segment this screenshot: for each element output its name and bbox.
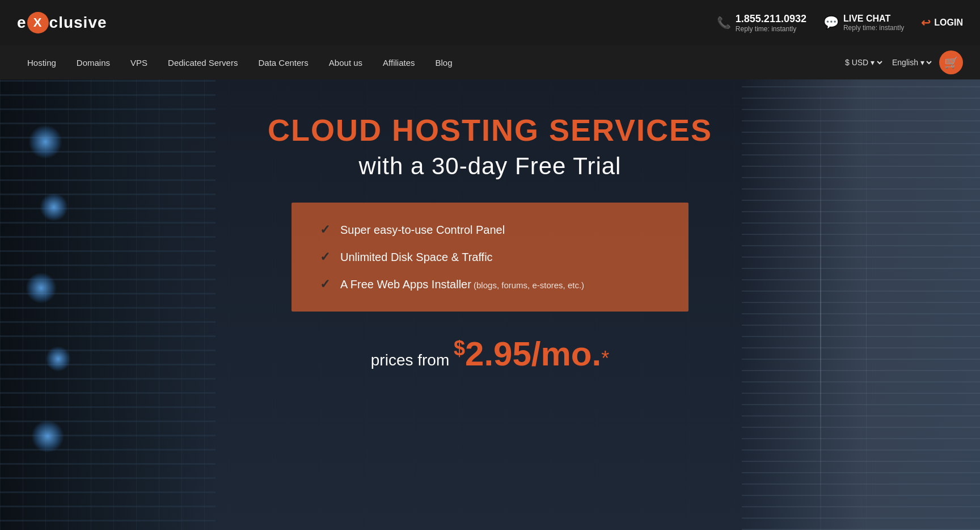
nav-link-vps[interactable]: VPS bbox=[120, 45, 158, 79]
feature-item-1: ✓ Super easy-to-use Control Panel bbox=[320, 222, 660, 237]
cart-icon: 🛒 bbox=[944, 56, 958, 69]
nav-item-datacenters[interactable]: Data Centers bbox=[248, 45, 318, 79]
chat-icon: 💬 bbox=[823, 15, 839, 30]
nav-item-hosting[interactable]: Hosting bbox=[17, 45, 66, 79]
nav-link-dedicated[interactable]: Dedicated Servers bbox=[158, 45, 248, 79]
price-amount: 2.95 bbox=[465, 335, 531, 373]
feature-text-1: Super easy-to-use Control Panel bbox=[340, 224, 505, 237]
features-box: ✓ Super easy-to-use Control Panel ✓ Unli… bbox=[292, 203, 688, 312]
login-button[interactable]: ↩ LOGIN bbox=[921, 16, 963, 30]
chat-details: LIVE CHAT Reply time: instantly bbox=[843, 14, 904, 32]
price-unit: /mo. bbox=[531, 335, 601, 373]
nav-item-blog[interactable]: Blog bbox=[425, 45, 462, 79]
currency-selector[interactable]: $ USD ▾ bbox=[843, 57, 884, 68]
price-section: prices from $2.95/mo.* bbox=[0, 334, 980, 373]
feature-text-2: Unlimited Disk Space & Traffic bbox=[340, 251, 493, 264]
nav-link-datacenters[interactable]: Data Centers bbox=[248, 45, 318, 79]
price-dollar: $ bbox=[454, 336, 465, 360]
nav-item-about[interactable]: About us bbox=[319, 45, 373, 79]
hero-content: CLOUD HOSTING SERVICES with a 30-day Fre… bbox=[0, 113, 980, 373]
nav-item-dedicated[interactable]: Dedicated Servers bbox=[158, 45, 248, 79]
nav-item-affiliates[interactable]: Affiliates bbox=[373, 45, 425, 79]
chat-reply: Reply time: instantly bbox=[843, 24, 904, 32]
nav-right: $ USD ▾ English ▾ 🛒 bbox=[843, 51, 963, 74]
feature-text-3: A Free Web Apps Installer (blogs, forums… bbox=[340, 278, 584, 291]
topbar: e X clusive 📞 1.855.211.0932 Reply time:… bbox=[0, 0, 980, 45]
chat-label: LIVE CHAT bbox=[843, 14, 904, 24]
logo-prefix: e bbox=[17, 14, 27, 32]
navbar: Hosting Domains VPS Dedicated Servers Da… bbox=[0, 45, 980, 79]
cart-button[interactable]: 🛒 bbox=[939, 51, 963, 74]
nav-item-vps[interactable]: VPS bbox=[120, 45, 158, 79]
logo-suffix: clusive bbox=[49, 14, 107, 32]
nav-link-affiliates[interactable]: Affiliates bbox=[373, 45, 425, 79]
nav-link-blog[interactable]: Blog bbox=[425, 45, 462, 79]
logo-x: X bbox=[27, 12, 49, 33]
feature-small-3: (blogs, forums, e-stores, etc.) bbox=[471, 280, 584, 290]
logo[interactable]: e X clusive bbox=[17, 12, 107, 33]
phone-details: 1.855.211.0932 Reply time: instantly bbox=[736, 13, 806, 33]
nav-link-hosting[interactable]: Hosting bbox=[17, 45, 66, 79]
phone-contact: 📞 1.855.211.0932 Reply time: instantly bbox=[717, 13, 806, 33]
phone-number[interactable]: 1.855.211.0932 bbox=[736, 13, 806, 25]
language-selector[interactable]: English ▾ bbox=[890, 57, 933, 68]
login-icon: ↩ bbox=[921, 16, 931, 30]
price-asterisk: * bbox=[601, 347, 609, 370]
topbar-right: 📞 1.855.211.0932 Reply time: instantly 💬… bbox=[717, 13, 963, 33]
check-icon-1: ✓ bbox=[320, 222, 330, 237]
glow-dot-5 bbox=[31, 420, 64, 453]
check-icon-2: ✓ bbox=[320, 250, 330, 264]
live-chat-button[interactable]: 💬 LIVE CHAT Reply time: instantly bbox=[823, 14, 904, 32]
hero-title: CLOUD HOSTING SERVICES bbox=[0, 113, 980, 147]
nav-links: Hosting Domains VPS Dedicated Servers Da… bbox=[17, 45, 463, 79]
nav-link-about[interactable]: About us bbox=[319, 45, 373, 79]
hero-subtitle: with a 30-day Free Trial bbox=[0, 153, 980, 180]
phone-reply: Reply time: instantly bbox=[736, 25, 806, 33]
nav-item-domains[interactable]: Domains bbox=[66, 45, 120, 79]
check-icon-3: ✓ bbox=[320, 277, 330, 292]
login-label: LOGIN bbox=[934, 18, 963, 28]
hero-section: CLOUD HOSTING SERVICES with a 30-day Fre… bbox=[0, 79, 980, 530]
feature-item-3: ✓ A Free Web Apps Installer (blogs, foru… bbox=[320, 277, 660, 292]
nav-link-domains[interactable]: Domains bbox=[66, 45, 120, 79]
price-label: prices from bbox=[371, 351, 454, 369]
phone-icon: 📞 bbox=[717, 16, 731, 30]
feature-item-2: ✓ Unlimited Disk Space & Traffic bbox=[320, 250, 660, 264]
